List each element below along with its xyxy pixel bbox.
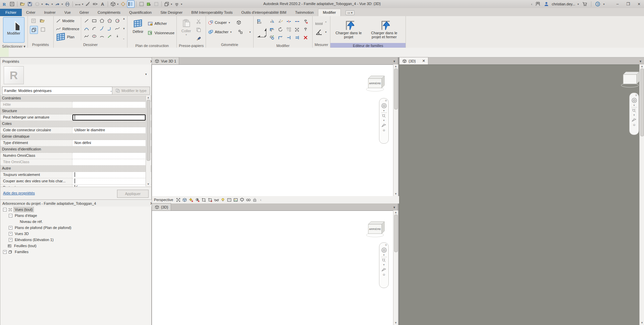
properties-palette-header[interactable]: Propriétés ✕ [0,57,156,65]
ribbon-tab-fichier[interactable]: Fichier [0,9,22,16]
draw-scroll-down-icon[interactable]: ▼ [123,27,125,30]
expand-node-icon[interactable]: + [9,232,12,236]
customize-qat-dropdown-icon[interactable]: ▼ [180,3,183,5]
inactive-tool-icon[interactable] [153,1,160,7]
property-value[interactable]: Utiliser le diamètre [72,127,146,133]
draw-scroll-up-icon[interactable]: ▲ [123,17,125,20]
properties-help-link[interactable]: Aide des propriétés [3,191,35,195]
copy-monitor-icon[interactable] [146,1,152,7]
viewport3-canvas[interactable] [399,64,640,325]
project-browser-header[interactable]: Arborescence du projet - Famille adaptat… [0,199,156,207]
viewport2-navigation-bar[interactable]: ⊗ ▼ ▼ ⊖ [379,242,389,288]
draw-point-icon[interactable] [114,33,121,40]
viewport2-scrollbar[interactable]: ▲▼ [393,211,398,325]
save-icon[interactable] [26,1,33,7]
draw-circle-icon[interactable] [114,17,121,25]
draw-spline-icon[interactable] [114,25,121,32]
sun-path-off-icon[interactable] [188,197,194,203]
ribbon-tab-outils-d-interop-rabilit-bim[interactable]: Outils d'interopérabilité BIM [237,9,291,16]
ribbon-tab-g-rer[interactable]: Gérer [75,9,93,16]
draw-polygon-inscribed-icon[interactable] [98,17,106,25]
search-icon[interactable] [534,1,541,7]
draw-ellipse-icon[interactable] [91,33,98,40]
align-icon[interactable] [256,18,263,25]
displace-elements-icon[interactable] [239,197,245,203]
viewport1-tab[interactable]: Vue 3D 1 [152,57,179,64]
pin-icon[interactable] [302,26,309,33]
ribbon-tab-compl-ments[interactable]: Compléments [93,9,125,16]
trim-extend-corner-icon[interactable] [277,34,284,41]
collapse-node-icon[interactable]: – [9,214,12,218]
line-style-model[interactable]: Modèle [56,17,79,25]
browser-item-plans-de-plafond-plan-de-plafond-[interactable]: +Plans de plafond (Plan de plafond) [0,225,151,231]
checkbox-unchecked[interactable] [74,179,75,183]
print-icon[interactable] [64,1,71,7]
sync-icon[interactable] [34,1,41,7]
orbit-icon[interactable] [381,122,387,128]
zoom-icon[interactable] [381,258,386,263]
restore-button[interactable]: ❐ [624,1,633,7]
property-value[interactable] [72,159,146,165]
paste-button[interactable]: Coller ▼ [179,17,194,42]
rotate-icon[interactable] [277,26,284,33]
switch-windows-dropdown-icon[interactable]: ▼ [170,3,173,5]
move-icon[interactable] [256,26,267,39]
properties-scrollbar[interactable]: ▲▼ [146,96,151,186]
crop-region-visible-icon[interactable] [207,197,213,203]
load-into-project-button[interactable]: Charger dans le projet [334,17,363,42]
zoom-menu-chevron-icon[interactable]: ▼ [383,264,385,266]
steering-wheel-icon[interactable] [381,247,387,253]
thin-lines-icon[interactable] [127,0,135,8]
viewport2-canvas[interactable] [152,211,394,325]
workplane-viewer-button[interactable]: Visionneuse [148,29,174,37]
redo-icon[interactable] [54,1,61,7]
signed-in-user[interactable]: christian.dey... [552,2,575,6]
property-value[interactable] [72,178,146,184]
angle-dimension-button[interactable]: ▼ [315,28,327,36]
navbar-collapse-icon[interactable]: ⊖ [383,129,385,132]
expand-node-icon[interactable]: + [3,250,7,254]
navbar-close-icon[interactable]: ⊗ [385,244,387,246]
draw-rectangle-icon[interactable] [91,17,98,25]
orbit-icon[interactable] [381,267,387,272]
zoom-icon[interactable] [632,108,637,113]
panel-label-properties[interactable]: Propriétés [28,42,53,48]
checkbox-unchecked[interactable] [74,172,75,177]
view-scale-label[interactable]: Perspective [154,198,173,202]
reveal-constraints-icon[interactable] [246,197,251,203]
user-menu-chevron-icon[interactable]: ▼ [577,3,579,5]
undo-icon[interactable] [44,1,51,7]
select-views-icon[interactable] [138,1,145,7]
shadows-off-icon[interactable] [195,197,200,203]
viewport3-tab[interactable]: {3D} ✕ [399,57,428,64]
viewport2-tab[interactable]: {3D} [152,203,171,211]
ribbon-tab-bim-interoperability-tools[interactable]: BIM Interoperability Tools [187,9,237,16]
split-with-gap-icon[interactable] [293,18,301,25]
property-value[interactable] [72,102,146,108]
navbar-collapse-icon[interactable]: ⊖ [633,123,636,127]
expand-node-icon[interactable]: + [9,238,12,242]
navbar-close-icon[interactable]: ⊗ [635,94,637,97]
redo-dropdown-icon[interactable]: ▼ [61,3,63,5]
scale-icon[interactable] [293,26,301,33]
crop-view-icon[interactable] [201,197,207,203]
ribbon-tab-vue[interactable]: Vue [60,9,75,16]
ribbon-tab-ins-rer[interactable]: Insérer [40,9,60,16]
open-icon[interactable] [19,1,26,7]
connector-icon[interactable] [237,28,244,36]
line-style-plane[interactable]: Plan [56,33,79,41]
delete-icon[interactable] [302,34,309,41]
draw-spline-points-icon[interactable] [83,33,90,40]
draw-line-icon[interactable] [83,17,90,25]
join-geometry-button[interactable]: Attacher▼ [208,28,232,36]
draw-arc-center-ends-icon[interactable] [91,25,98,32]
ribbon-tab-modifier[interactable]: Modifier [318,9,340,16]
copy-icon[interactable] [195,26,202,34]
viewport3-tab-close-icon[interactable]: ✕ [422,59,425,63]
dimension-icon[interactable] [74,1,81,7]
mirror-pick-axis-icon[interactable] [268,18,276,25]
zoom-icon[interactable] [381,113,386,119]
scale-icon[interactable] [175,197,181,203]
family-category-icon[interactable] [39,17,46,25]
property-value[interactable] [72,153,146,159]
